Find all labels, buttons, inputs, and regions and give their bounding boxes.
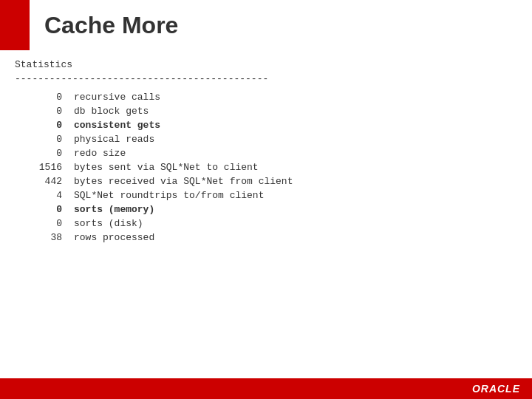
table-row: 0sorts (memory) bbox=[15, 202, 517, 216]
table-row: 0sorts (disk) bbox=[15, 216, 517, 231]
stat-description: physical reads bbox=[74, 132, 517, 146]
stat-description: recursive calls bbox=[74, 90, 517, 104]
table-row: 0redo size bbox=[15, 146, 517, 160]
stat-value: 0 bbox=[15, 118, 74, 132]
statistics-table: 0recursive calls0db block gets0consisten… bbox=[15, 90, 517, 245]
stat-description: bytes received via SQL*Net from client bbox=[74, 174, 517, 188]
stat-value: 38 bbox=[15, 231, 74, 245]
table-row: 38rows processed bbox=[15, 231, 517, 245]
bottom-bar: ORACLE bbox=[0, 378, 532, 399]
stat-value: 1516 bbox=[15, 160, 74, 174]
stat-value: 442 bbox=[15, 174, 74, 188]
table-row: 442bytes received via SQL*Net from clien… bbox=[15, 174, 517, 188]
table-row: 0recursive calls bbox=[15, 90, 517, 104]
stat-value: 4 bbox=[15, 188, 74, 202]
oracle-logo: ORACLE bbox=[472, 383, 520, 395]
stat-description: consistent gets bbox=[74, 118, 517, 132]
stat-description: rows processed bbox=[74, 231, 517, 245]
stat-description: SQL*Net roundtrips to/from client bbox=[74, 188, 517, 202]
stat-description: sorts (disk) bbox=[74, 216, 517, 231]
stat-description: redo size bbox=[74, 146, 517, 160]
section-label: Statistics bbox=[15, 59, 517, 70]
stat-description: bytes sent via SQL*Net to client bbox=[74, 160, 517, 174]
stat-value: 0 bbox=[15, 90, 74, 104]
table-row: 1516bytes sent via SQL*Net to client bbox=[15, 160, 517, 174]
stat-description: sorts (memory) bbox=[74, 202, 517, 216]
table-row: 0db block gets bbox=[15, 104, 517, 118]
table-row: 0physical reads bbox=[15, 132, 517, 146]
content-area: Statistics -----------------------------… bbox=[15, 59, 517, 245]
page-title: Cache More bbox=[44, 12, 178, 39]
stat-description: db block gets bbox=[74, 104, 517, 118]
stat-value: 0 bbox=[15, 132, 74, 146]
stat-value: 0 bbox=[15, 104, 74, 118]
title-area: Cache More bbox=[0, 0, 532, 50]
stat-value: 0 bbox=[15, 216, 74, 231]
stat-value: 0 bbox=[15, 202, 74, 216]
divider-line: ----------------------------------------… bbox=[15, 73, 517, 84]
table-row: 0consistent gets bbox=[15, 118, 517, 132]
table-row: 4SQL*Net roundtrips to/from client bbox=[15, 188, 517, 202]
stat-value: 0 bbox=[15, 146, 74, 160]
